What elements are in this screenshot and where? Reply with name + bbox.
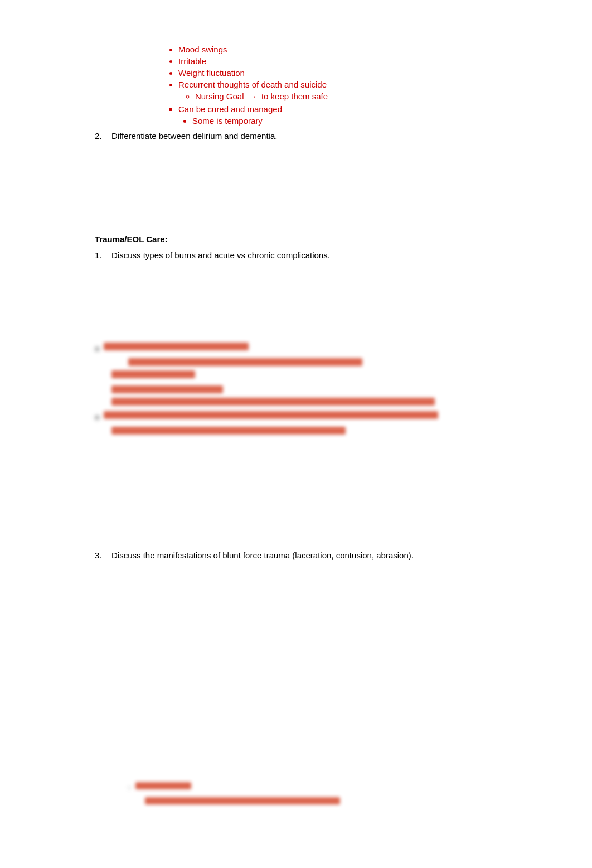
bullet-list-section: Mood swings Irritable Weight fluctuation…	[167, 45, 570, 126]
square-list: Can be cured and managed Some is tempora…	[167, 104, 570, 126]
section-heading-trauma: Trauma/EOL Care:	[95, 234, 570, 244]
numbered-item-2: 2. Differentiate between delirium and de…	[95, 131, 570, 141]
numbered-item-3: 3. Discuss the manifestations of blunt f…	[95, 551, 570, 560]
list-item-recurrent: Recurrent thoughts of death and suicide …	[178, 80, 570, 101]
list-item-cured: Can be cured and managed Some is tempora…	[178, 104, 570, 126]
blurred-block-1: ■	[95, 343, 570, 406]
list-item-nursing-goal: Nursing Goal → to keep them safe	[195, 91, 570, 101]
list-item-mood-swings: Mood swings	[178, 45, 570, 54]
blurred-content-block: ■ ■	[95, 343, 570, 435]
numbered-list-section2: 1. Discuss types of burns and acute vs c…	[95, 250, 570, 260]
main-bullet-list: Mood swings Irritable Weight fluctuation…	[167, 45, 570, 101]
numbered-list-section1: 2. Differentiate between delirium and de…	[95, 131, 570, 141]
list-item-weight: Weight fluctuation	[178, 68, 570, 78]
page-content: Mood swings Irritable Weight fluctuation…	[22, 11, 570, 804]
numbered-list-section3: 3. Discuss the manifestations of blunt f…	[95, 551, 570, 560]
list-item-temporary: Some is temporary	[192, 116, 570, 126]
sub-circle-list: Nursing Goal → to keep them safe	[178, 91, 570, 101]
sub-bullet-list: Some is temporary	[178, 116, 570, 126]
bottom-blurred-content: •	[117, 782, 570, 804]
blurred-block-2: ■	[95, 411, 570, 435]
numbered-item-1: 1. Discuss types of burns and acute vs c…	[95, 250, 570, 260]
list-item-irritable: Irritable	[178, 56, 570, 66]
arrow-icon: →	[249, 91, 257, 101]
